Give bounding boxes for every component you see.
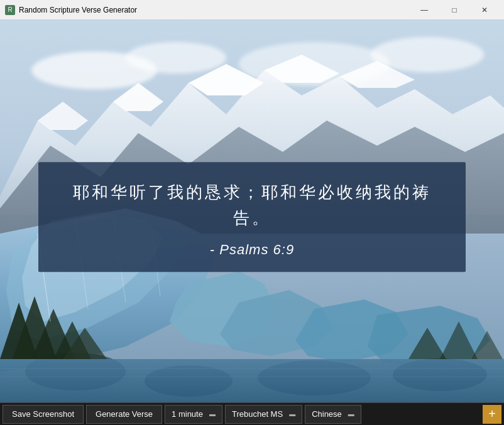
title-bar: R Random Scripture Verse Generator — □ ✕ xyxy=(0,0,504,20)
verse-reference: - Psalms 6:9 xyxy=(61,242,443,258)
title-bar-left: R Random Scripture Verse Generator xyxy=(5,5,137,15)
add-button[interactable]: + xyxy=(483,405,501,424)
window-controls: — □ ✕ xyxy=(410,1,499,19)
generate-verse-button[interactable]: Generate Verse xyxy=(86,405,162,424)
svg-point-2 xyxy=(126,42,226,73)
minimize-button[interactable]: — xyxy=(410,1,439,19)
timer-dropdown[interactable]: 1 minute ▬ xyxy=(165,405,222,424)
verse-box: 耶和华听了我的恳求；耶和华必收纳我的祷告。 - Psalms 6:9 xyxy=(38,162,466,272)
timer-arrow-icon: ▬ xyxy=(209,411,216,417)
main-area: 耶和华听了我的恳求；耶和华必收纳我的祷告。 - Psalms 6:9 xyxy=(0,20,504,402)
svg-rect-23 xyxy=(0,359,504,402)
window-title: Random Scripture Verse Generator xyxy=(19,6,137,14)
toolbar: Save Screenshot Generate Verse 1 minute … xyxy=(0,402,504,425)
maximize-button[interactable]: □ xyxy=(440,1,469,19)
font-arrow-icon: ▬ xyxy=(289,411,295,417)
verse-text: 耶和华听了我的恳求；耶和华必收纳我的祷告。 xyxy=(61,180,443,232)
font-dropdown[interactable]: Trebuchet MS ▬ xyxy=(225,405,302,424)
save-screenshot-button[interactable]: Save Screenshot xyxy=(3,405,84,424)
close-button[interactable]: ✕ xyxy=(470,1,499,19)
language-dropdown[interactable]: Chinese ▬ xyxy=(305,405,361,424)
language-arrow-icon: ▬ xyxy=(348,411,354,417)
app-icon: R xyxy=(5,5,15,15)
